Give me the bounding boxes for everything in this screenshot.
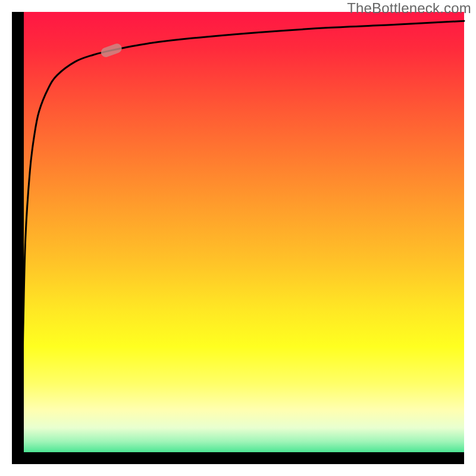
curve-marker [100, 42, 123, 58]
bottleneck-curve [14, 16, 464, 456]
curve-layer [12, 12, 464, 464]
y-axis [12, 12, 24, 464]
watermark-text: TheBottleneck.com [347, 0, 471, 17]
x-axis [12, 452, 464, 464]
chart-frame: TheBottleneck.com [0, 0, 476, 476]
